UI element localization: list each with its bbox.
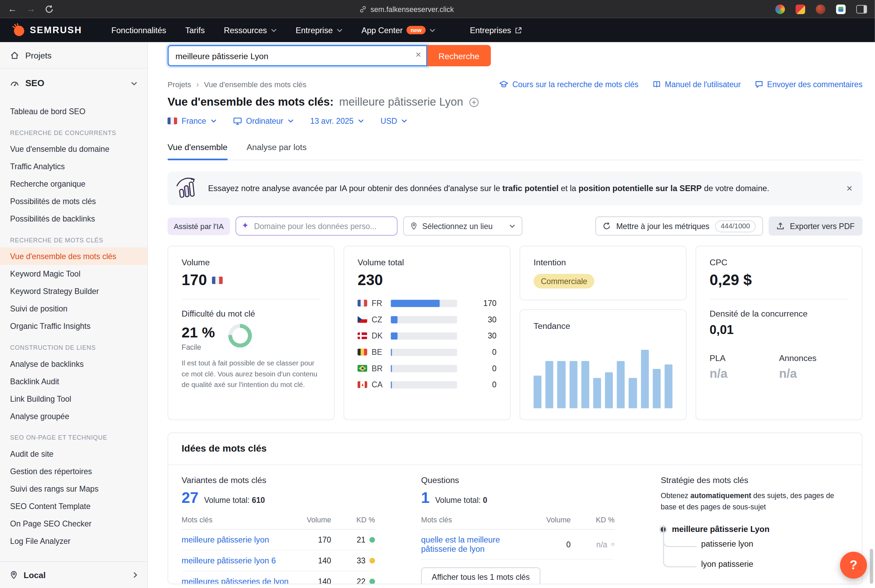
- help-fab[interactable]: ?: [840, 551, 867, 578]
- keyword-link[interactable]: meilleure pâtisserie lyon: [181, 536, 269, 544]
- divider: [181, 299, 320, 300]
- sidebar-item-local[interactable]: Local: [0, 561, 147, 588]
- country-flag-icon: [358, 332, 367, 339]
- sidebar-item[interactable]: Possibilités de mots clés: [0, 192, 147, 210]
- country-flag-icon: [358, 381, 367, 388]
- link-keyword-course[interactable]: Cours sur la recherche de mots clés: [499, 80, 638, 89]
- semrush-logo[interactable]: SEMRUSH: [11, 23, 82, 37]
- sidebar-item[interactable]: Recherche organique: [0, 175, 147, 192]
- nav-app-center[interactable]: App Center new: [362, 26, 435, 34]
- search-button[interactable]: Recherche: [427, 45, 490, 67]
- sidebar-item[interactable]: Suivi des rangs sur Maps: [0, 480, 147, 497]
- external-link-icon: [515, 27, 522, 33]
- sidebar-item[interactable]: Keyword Strategy Builder: [0, 282, 147, 300]
- chevron-down-icon: [211, 119, 216, 123]
- date-filter[interactable]: 13 avr. 2025: [310, 117, 364, 126]
- breadcrumb-projets[interactable]: Projets: [168, 80, 191, 88]
- country-volume-row: CA 0: [358, 378, 496, 391]
- sidebar-item[interactable]: Audit de site: [0, 445, 147, 462]
- table-row: quelle est la meilleure pâtisserie de ly…: [421, 530, 614, 559]
- sidebar-item[interactable]: Analyse groupée: [0, 407, 147, 424]
- volume-card: Volume 170 Difficulté du mot clé 21 % Fa…: [168, 246, 335, 420]
- sidebar-item[interactable]: Gestion des répertoires: [0, 462, 147, 480]
- chevron-down-icon[interactable]: [131, 81, 137, 86]
- keyword-ideas-card: Idées de mots clés Variantes de mots clé…: [168, 432, 862, 584]
- tree-child: lyon patisserie: [663, 554, 848, 574]
- keyword-link[interactable]: meilleures pâtisseries de lyon: [181, 577, 288, 584]
- forward-icon[interactable]: →: [26, 4, 35, 14]
- chevron-down-icon: [358, 119, 364, 123]
- scrollbar-thumb[interactable]: [870, 549, 873, 584]
- address-bar[interactable]: sem.falkenseeserver.click: [70, 5, 743, 14]
- sidebar-item[interactable]: Organic Traffic Insights: [0, 317, 147, 334]
- questions-title: Questions: [421, 475, 614, 485]
- banner-close-icon[interactable]: ×: [847, 183, 853, 195]
- sidebar-item[interactable]: Traffic Analytics: [0, 158, 147, 175]
- chevron-down-icon: [402, 119, 407, 123]
- show-all-keywords-button[interactable]: Afficher tous les 1 mots clés: [421, 567, 540, 584]
- extension-icon-3[interactable]: [816, 4, 826, 14]
- keyword-link[interactable]: meilleure pâtisserie lyon 6: [181, 556, 276, 565]
- sidebar-item[interactable]: Suivi de position: [0, 300, 147, 317]
- clear-search-icon[interactable]: ×: [416, 50, 421, 61]
- sidebar-item[interactable]: Backlink Audit: [0, 372, 147, 390]
- extension-icon-1[interactable]: [775, 4, 785, 14]
- sidebar-toggle-icon[interactable]: [856, 5, 867, 14]
- export-pdf-button[interactable]: Exporter vers PDF: [769, 216, 862, 236]
- extension-icon-4[interactable]: [836, 4, 846, 14]
- nav-tarifs[interactable]: Tarifs: [185, 26, 205, 34]
- country-volume-row: BR 0: [358, 362, 496, 374]
- sidebar-item[interactable]: Tableau de bord SEO: [0, 102, 147, 120]
- keyword-strategy-tree: meilleure pâtisserie Lyon patisserie lyo…: [661, 525, 848, 574]
- sidebar-projets-label: Projets: [25, 50, 52, 60]
- variants-table: Mots clés Volume KD % meilleure pâtisser…: [181, 516, 375, 584]
- extension-icon-2[interactable]: [796, 4, 805, 14]
- nav-entreprises[interactable]: Entreprises: [470, 26, 522, 34]
- currency-filter[interactable]: USD: [381, 117, 407, 126]
- sidebar-item[interactable]: Vue d'ensemble du domaine: [0, 140, 147, 158]
- pla-value: n/a: [710, 367, 779, 381]
- keyword-link[interactable]: quelle est la meilleure pâtisserie de ly…: [421, 536, 525, 554]
- brand-text: SEMRUSH: [30, 25, 82, 35]
- sidebar-section-seo[interactable]: SEO: [0, 69, 147, 98]
- table-row: meilleure pâtisserie lyon 6 140 33: [181, 550, 375, 571]
- keyword-search-input[interactable]: [168, 45, 427, 67]
- country-volume-row: DK 30: [358, 330, 496, 342]
- location-select[interactable]: Sélectionnez un lieu: [403, 216, 522, 236]
- sidebar-item[interactable]: Log File Analyzer: [0, 532, 147, 549]
- back-icon[interactable]: ←: [8, 4, 17, 14]
- sidebar-item[interactable]: Possibilités de backlinks: [0, 210, 147, 227]
- tab-vue-densemble[interactable]: Vue d'ensemble: [168, 142, 227, 160]
- sidebar-item[interactable]: Analyse de backlinks: [0, 355, 147, 372]
- monitor-icon: [233, 117, 242, 124]
- chevron-down-icon: [271, 28, 277, 32]
- sidebar-section-title: CONSTRUCTION DE LIENS: [0, 334, 147, 355]
- sidebar-item[interactable]: Link Building Tool: [0, 390, 147, 407]
- divider: [710, 299, 848, 300]
- sidebar-item-projets[interactable]: Projets: [0, 42, 147, 68]
- device-filter[interactable]: Ordinateur: [233, 117, 293, 126]
- tab-analyse-par-lots[interactable]: Analyse par lots: [246, 142, 307, 160]
- breadcrumb-separator: ›: [196, 80, 199, 89]
- volume-bar: [391, 381, 457, 388]
- country-flag-icon: [358, 300, 367, 307]
- nav-entreprise[interactable]: Entreprise: [296, 26, 343, 34]
- link-user-manual[interactable]: Manuel de l'utilisateur: [653, 80, 741, 89]
- country-filter[interactable]: France: [168, 117, 216, 126]
- sidebar-item[interactable]: On Page SEO Checker: [0, 514, 147, 532]
- add-keyword-icon[interactable]: [469, 97, 479, 107]
- nav-fonctionnalites[interactable]: Fonctionnalités: [111, 26, 166, 34]
- country-volume-row: BE 0: [358, 346, 496, 358]
- update-metrics-button[interactable]: Mettre à jour les métriques 444/1000: [595, 216, 763, 236]
- kd-value: 21 %: [181, 324, 215, 342]
- domain-input[interactable]: [235, 216, 397, 236]
- nav-ressources[interactable]: Ressources: [224, 26, 277, 34]
- country-volume-list: FR 170 CZ 30: [358, 297, 496, 391]
- card-title: Tendance: [533, 321, 672, 331]
- questions-count: 1: [421, 489, 430, 507]
- sidebar-item-keyword-overview[interactable]: Vue d'ensemble des mots clés: [0, 248, 147, 265]
- link-send-feedback[interactable]: Envoyer des commentaires: [755, 80, 863, 89]
- sidebar-item[interactable]: Keyword Magic Tool: [0, 265, 147, 282]
- reload-icon[interactable]: [45, 5, 54, 14]
- sidebar-item[interactable]: SEO Content Template: [0, 497, 147, 514]
